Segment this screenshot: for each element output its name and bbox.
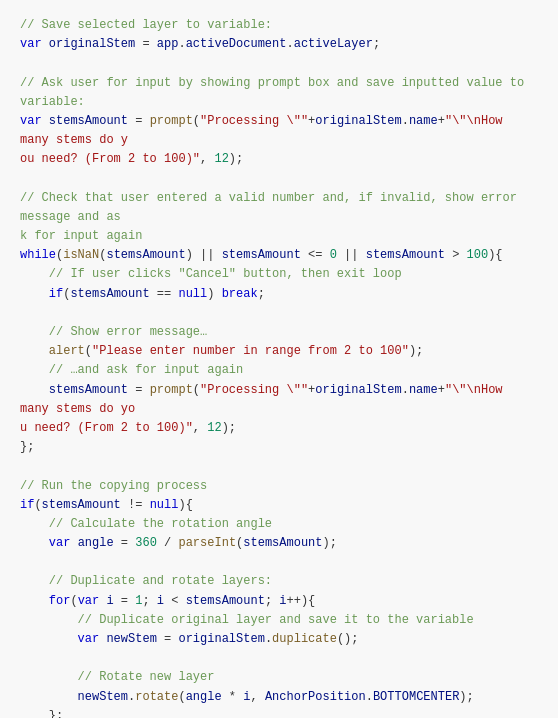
code-token: <= (301, 248, 330, 262)
code-token: break (222, 287, 258, 301)
code-token: // Run the copying process (20, 479, 207, 493)
code-line: // Duplicate and rotate layers: (20, 572, 538, 591)
code-line: alert("Please enter number in range from… (20, 342, 538, 361)
code-token: }; (20, 440, 34, 454)
code-token: + (438, 383, 445, 397)
code-line: // Rotate new layer (20, 668, 538, 687)
code-token: ; (258, 287, 265, 301)
code-token: rotate (135, 690, 178, 704)
code-token: stemsAmount (222, 248, 301, 262)
code-editor: // Save selected layer to variable:var o… (0, 0, 558, 718)
code-token (20, 690, 78, 704)
code-line (20, 649, 538, 668)
code-token: . (178, 37, 185, 51)
code-token: = (128, 383, 150, 397)
code-token: // If user clicks "Cancel" button, then … (49, 267, 402, 281)
code-token: // …and ask for input again (49, 363, 243, 377)
code-line: // Save selected layer to variable: (20, 16, 538, 35)
code-token: 12 (214, 152, 228, 166)
code-token: newStem (106, 632, 156, 646)
code-token: < (164, 594, 186, 608)
code-token: ); (409, 344, 423, 358)
code-line (20, 457, 538, 476)
code-token: AnchorPosition (265, 690, 366, 704)
code-token: ( (70, 594, 77, 608)
code-token: alert (49, 344, 85, 358)
code-token: prompt (150, 114, 193, 128)
code-token: "Processing \"" (200, 383, 308, 397)
code-token: ); (323, 536, 337, 550)
code-token: stemsAmount (70, 287, 149, 301)
code-token: "Processing \"" (200, 114, 308, 128)
code-token: stemsAmount (49, 114, 128, 128)
code-line: if(stemsAmount == null) break; (20, 285, 538, 304)
code-token: var (20, 37, 49, 51)
code-token: activeLayer (294, 37, 373, 51)
code-token: ); (459, 690, 473, 704)
code-token: , (250, 690, 264, 704)
code-line: stemsAmount = prompt("Processing \""+ori… (20, 381, 538, 419)
code-token: isNaN (63, 248, 99, 262)
code-token: if (20, 498, 34, 512)
code-token: k for input again (20, 229, 142, 243)
code-token: * (222, 690, 244, 704)
code-token: ; (373, 37, 380, 51)
code-token: ++){ (287, 594, 316, 608)
code-token: originalStem (178, 632, 264, 646)
code-line (20, 304, 538, 323)
code-token: angle (186, 690, 222, 704)
code-token: stemsAmount (42, 498, 121, 512)
code-token: , (193, 421, 207, 435)
code-token: . (402, 114, 409, 128)
code-token: stemsAmount (106, 248, 185, 262)
code-token: = (135, 37, 157, 51)
code-token: i (157, 594, 164, 608)
code-token: stemsAmount (186, 594, 265, 608)
code-token: = (128, 114, 150, 128)
code-token: }; (20, 709, 63, 718)
code-line: ou need? (From 2 to 100)", 12); (20, 150, 538, 169)
code-token: newStem (78, 690, 128, 704)
code-token: while (20, 248, 56, 262)
code-line: // Check that user entered a valid numbe… (20, 189, 538, 227)
code-token: name (409, 114, 438, 128)
code-token: // Calculate the rotation angle (49, 517, 272, 531)
code-token (20, 613, 78, 627)
code-token: 12 (207, 421, 221, 435)
code-token: + (438, 114, 445, 128)
code-token: ; (265, 594, 279, 608)
code-token: originalStem (315, 383, 401, 397)
code-token: = (114, 536, 136, 550)
code-line: }; (20, 707, 538, 718)
code-line: // Ask user for input by showing prompt … (20, 74, 538, 112)
code-token: stemsAmount (243, 536, 322, 550)
code-token (20, 517, 49, 531)
code-token: ; (142, 594, 156, 608)
code-line: if(stemsAmount != null){ (20, 496, 538, 515)
code-token: null (150, 498, 179, 512)
code-token: = (114, 594, 136, 608)
code-token: prompt (150, 383, 193, 397)
code-token: . (366, 690, 373, 704)
code-line: // If user clicks "Cancel" button, then … (20, 265, 538, 284)
code-line: var originalStem = app.activeDocument.ac… (20, 35, 538, 54)
code-token: = (157, 632, 179, 646)
code-token: // Check that user entered a valid numbe… (20, 191, 524, 224)
code-token: ) || (186, 248, 222, 262)
code-token: "Please enter number in range from 2 to … (92, 344, 409, 358)
code-token (20, 536, 49, 550)
code-token (20, 670, 78, 684)
code-token: (); (337, 632, 359, 646)
code-token: originalStem (49, 37, 135, 51)
code-token: stemsAmount (49, 383, 128, 397)
code-token: ); (222, 421, 236, 435)
code-token: var (78, 632, 107, 646)
code-token: ( (193, 383, 200, 397)
code-line (20, 54, 538, 73)
code-token (20, 267, 49, 281)
code-token: ); (229, 152, 243, 166)
code-line: }; (20, 438, 538, 457)
code-line: // Show error message… (20, 323, 538, 342)
code-token: . (286, 37, 293, 51)
code-token: // Duplicate original layer and save it … (78, 613, 474, 627)
